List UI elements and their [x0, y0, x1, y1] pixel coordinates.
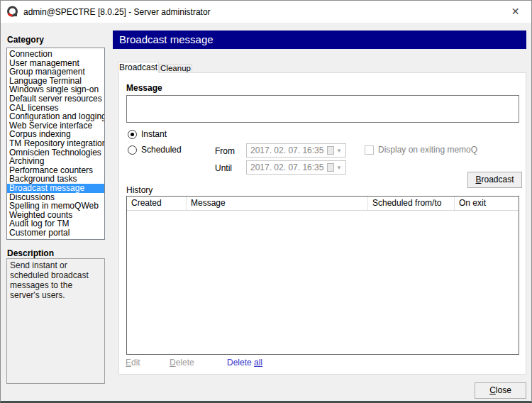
window-close-button[interactable]: ✕: [499, 1, 531, 22]
category-label: Category: [7, 35, 44, 45]
radio-instant-label: Instant: [141, 129, 167, 139]
sidebar-item-audit-log-for-tm[interactable]: Audit log for TM: [7, 219, 104, 228]
delete-link[interactable]: Delete: [170, 358, 194, 368]
tab-cleanup[interactable]: Cleanup: [159, 64, 192, 72]
history-table-body[interactable]: [127, 211, 519, 354]
sidebar-item-connection[interactable]: Connection: [7, 50, 104, 59]
until-datetime-value: 2017. 02. 07. 16:35: [247, 162, 327, 172]
edit-link[interactable]: Edit: [126, 358, 140, 368]
category-list: ConnectionUser managementGroup managemen…: [6, 48, 105, 240]
sidebar-item-spelling-in-memoqweb[interactable]: Spelling in memoQWeb: [7, 202, 104, 211]
sidebar-item-configuration-and-logging[interactable]: Configuration and logging: [7, 112, 104, 121]
history-table: CreatedMessageScheduled from/toOn exit: [126, 196, 519, 355]
radio-scheduled-label: Scheduled: [141, 145, 182, 155]
radio-instant-circle[interactable]: [128, 130, 137, 139]
delete-all-link[interactable]: Delete all: [227, 358, 262, 368]
from-label: From: [215, 146, 235, 156]
sidebar-item-archiving[interactable]: Archiving: [7, 157, 104, 166]
tab-broadcast[interactable]: Broadcast: [118, 62, 159, 73]
sidebar-item-broadcast-message[interactable]: Broadcast message: [7, 184, 104, 193]
memoq-app-icon: [6, 6, 18, 18]
broadcast-button[interactable]: Broadcast: [467, 172, 522, 188]
message-label: Message: [126, 83, 162, 93]
radio-scheduled-circle[interactable]: [128, 145, 137, 155]
column-header-created[interactable]: Created: [127, 197, 187, 210]
column-header-scheduled-from-to[interactable]: Scheduled from/to: [368, 197, 455, 210]
until-datetime-picker[interactable]: 2017. 02. 07. 16:35 ▼: [246, 160, 346, 175]
sidebar-item-default-server-resources[interactable]: Default server resources: [7, 94, 104, 104]
history-header-row: CreatedMessageScheduled from/toOn exit: [127, 197, 519, 211]
radio-scheduled[interactable]: Scheduled: [128, 145, 182, 155]
from-datetime-picker[interactable]: 2017. 02. 07. 16:35 ▼: [246, 143, 346, 158]
dropdown-arrow-icon[interactable]: ▼: [336, 148, 342, 154]
history-label: History: [126, 185, 153, 195]
description-label: Description: [7, 248, 54, 258]
close-button[interactable]: Close: [475, 382, 526, 399]
dropdown-arrow-icon[interactable]: ▼: [336, 165, 342, 171]
calendar-icon: [327, 163, 334, 172]
radio-instant[interactable]: Instant: [128, 129, 167, 139]
sidebar-item-group-management[interactable]: Group management: [7, 67, 104, 77]
window-title: admin@SPECTRE [8.0.25] - Server administ…: [23, 7, 211, 17]
until-label: Until: [215, 163, 232, 173]
display-on-exit-checkbox[interactable]: [365, 145, 374, 155]
page-title: Broadcast message: [113, 31, 526, 49]
server-administrator-window: admin@SPECTRE [8.0.25] - Server administ…: [0, 0, 532, 403]
titlebar: admin@SPECTRE [8.0.25] - Server administ…: [1, 1, 531, 23]
column-header-message[interactable]: Message: [187, 197, 368, 210]
message-input[interactable]: [126, 95, 519, 123]
column-header-on-exit[interactable]: On exit: [455, 197, 519, 210]
display-on-exit-label: Display on exiting memoQ: [378, 145, 477, 155]
description-text: Send instant or scheduled broadcast mess…: [6, 258, 105, 384]
display-on-exit-checkbox-row[interactable]: Display on exiting memoQ: [365, 145, 477, 155]
sidebar-item-tm-repository-integration[interactable]: TM Repository integration: [7, 139, 104, 148]
from-datetime-value: 2017. 02. 07. 16:35: [247, 145, 327, 155]
calendar-icon: [327, 146, 334, 155]
broadcast-tab-page: Message Instant Scheduled From Until 201…: [118, 72, 526, 375]
sidebar-item-customer-portal[interactable]: Customer portal: [7, 228, 104, 238]
